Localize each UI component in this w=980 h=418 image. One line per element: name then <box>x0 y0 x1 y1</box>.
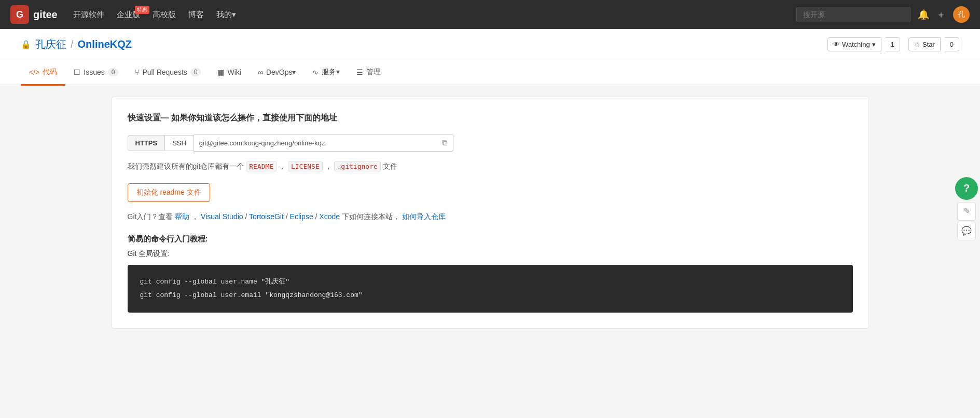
gitignore-code: .gitignore <box>334 161 381 171</box>
help-sep3: / <box>286 212 290 221</box>
tab-issues-label: Issues <box>84 68 104 76</box>
star-count: 0 <box>945 37 959 51</box>
repo-title: 🔒 孔庆征 / OnlineKQZ <box>21 37 132 51</box>
clone-url-text: git@gitee.com:kong-qingzheng/online-kqz. <box>194 136 437 151</box>
repo-name-link[interactable]: OnlineKQZ <box>78 38 132 50</box>
top-navbar: G gitee 开源软件 企业版 特惠 高校版 博客 我的▾ 🔔 ＋ 孔 <box>0 0 980 29</box>
eclipse-link[interactable]: Eclipse <box>290 212 313 221</box>
floating-buttons: ? ✎ 💬 <box>957 177 980 241</box>
watch-dropdown-icon: ▾ <box>872 41 876 48</box>
lock-icon: 🔒 <box>21 39 31 49</box>
admin-icon: ☰ <box>356 68 363 76</box>
nav-right-actions: 🔔 ＋ 孔 <box>796 6 970 23</box>
tab-admin[interactable]: ☰ 管理 <box>348 60 389 86</box>
issues-badge: 0 <box>108 68 119 76</box>
nav-enterprise[interactable]: 企业版 特惠 <box>117 10 140 20</box>
help-question-icon: ? <box>963 182 970 194</box>
repo-owner-link[interactable]: 孔庆征 <box>35 37 66 51</box>
wiki-icon: ▦ <box>217 68 224 76</box>
star-button[interactable]: ☆ Star <box>908 37 941 51</box>
tab-pull-requests[interactable]: ⑂ Pull Requests 0 <box>127 60 209 86</box>
xcode-link[interactable]: Xcode <box>319 212 340 221</box>
code-line-2: git config --global user.email "kongqzsh… <box>140 289 840 302</box>
gitee-logo-icon: G <box>10 5 29 24</box>
clone-url-wrapper: git@gitee.com:kong-qingzheng/online-kqz.… <box>194 134 453 152</box>
recommend-sep2: ， <box>325 162 332 170</box>
nav-mine[interactable]: 我的▾ <box>216 10 236 20</box>
star-label: Star <box>922 41 935 48</box>
visual-studio-link[interactable]: Visual Studio <box>201 212 243 221</box>
tab-devops-label: DevOps▾ <box>266 68 296 76</box>
tab-issues[interactable]: ☐ Issues 0 <box>65 60 127 86</box>
edit-float-button[interactable]: ✎ <box>957 202 976 221</box>
help-link[interactable]: 帮助 <box>175 212 189 221</box>
recommend-text-2: 文件 <box>383 162 397 170</box>
pr-icon: ⑂ <box>135 68 139 76</box>
help-float-button[interactable]: ? <box>955 177 978 200</box>
pr-badge: 0 <box>190 68 201 76</box>
tortoisegit-link[interactable]: TortoiseGit <box>249 212 284 221</box>
recommend-text-1: 我们强烈建议所有的git仓库都有一个 <box>128 162 244 170</box>
tab-code[interactable]: </> 代码 <box>21 60 65 86</box>
tab-services[interactable]: ∿ 服务▾ <box>304 60 348 86</box>
add-button[interactable]: ＋ <box>936 8 946 21</box>
repo-separator: / <box>71 38 74 50</box>
code-block: git config --global user.name "孔庆征" git … <box>128 265 853 313</box>
recommend-sep1: ， <box>279 162 286 170</box>
comment-icon: 💬 <box>961 226 972 236</box>
license-code: LICENSE <box>288 161 323 171</box>
tab-pr-label: Pull Requests <box>142 68 187 76</box>
eye-icon: 👁 <box>833 41 840 48</box>
main-content: 快速设置— 如果你知道该怎么操作，直接使用下面的地址 HTTPS SSH git… <box>91 97 890 329</box>
help-text: Git入门？查看 帮助 ， Visual Studio / TortoiseGi… <box>128 212 853 222</box>
watch-button[interactable]: 👁 Watching ▾ <box>827 37 881 51</box>
devops-icon: ∞ <box>258 68 263 76</box>
avatar[interactable]: 孔 <box>953 6 970 23</box>
tutorial-title: 简易的命令行入门教程: <box>128 234 853 244</box>
setup-title: 快速设置— 如果你知道该怎么操作，直接使用下面的地址 <box>128 113 853 124</box>
help-text-middle: 下如何连接本站， <box>342 212 400 221</box>
tab-wiki[interactable]: ▦ Wiki <box>209 60 249 86</box>
star-icon: ☆ <box>914 41 920 48</box>
tab-devops[interactable]: ∞ DevOps▾ <box>250 60 305 86</box>
nav-links: 开源软件 企业版 特惠 高校版 博客 我的▾ <box>73 10 786 20</box>
search-input[interactable] <box>796 7 910 22</box>
tab-admin-label: 管理 <box>366 68 381 77</box>
services-icon: ∿ <box>312 68 319 76</box>
repo-header: 🔒 孔庆征 / OnlineKQZ 👁 Watching ▾ 1 ☆ Star … <box>0 29 980 60</box>
git-global-label: Git 全局设置: <box>128 249 853 259</box>
import-repo-link[interactable]: 如何导入仓库 <box>402 212 446 221</box>
recommend-text: 我们强烈建议所有的git仓库都有一个 README ， LICENSE ， .g… <box>128 160 853 173</box>
issues-icon: ☐ <box>74 68 80 76</box>
code-icon: </> <box>29 68 39 76</box>
brand-logo[interactable]: G gitee <box>10 5 58 24</box>
code-line-1: git config --global user.name "孔庆征" <box>140 275 840 289</box>
readme-code: README <box>246 161 277 171</box>
copy-url-button[interactable]: ⧉ <box>437 134 453 151</box>
nav-university[interactable]: 高校版 <box>153 10 176 20</box>
help-sep2: / <box>245 212 249 221</box>
edit-icon: ✎ <box>963 206 970 216</box>
nav-open-source[interactable]: 开源软件 <box>73 10 104 20</box>
enterprise-badge: 特惠 <box>135 6 149 14</box>
ssh-protocol-button[interactable]: SSH <box>165 135 194 151</box>
help-prefix: Git入门？查看 <box>128 212 173 221</box>
init-readme-button[interactable]: 初始化 readme 文件 <box>128 183 210 202</box>
notification-bell-icon[interactable]: 🔔 <box>918 9 929 20</box>
clone-row: HTTPS SSH git@gitee.com:kong-qingzheng/o… <box>128 134 853 152</box>
brand-name: gitee <box>33 9 58 21</box>
https-protocol-button[interactable]: HTTPS <box>128 135 165 151</box>
tab-code-label: 代码 <box>43 68 57 77</box>
watch-label: Watching <box>842 41 870 48</box>
tab-services-label: 服务▾ <box>322 68 340 77</box>
nav-blog[interactable]: 博客 <box>188 10 204 20</box>
tab-navigation: </> 代码 ☐ Issues 0 ⑂ Pull Requests 0 ▦ Wi… <box>0 60 980 86</box>
setup-box: 快速设置— 如果你知道该怎么操作，直接使用下面的地址 HTTPS SSH git… <box>112 97 869 329</box>
help-sep1: ， <box>191 212 199 221</box>
repo-action-buttons: 👁 Watching ▾ 1 ☆ Star 0 <box>827 37 959 51</box>
watch-count: 1 <box>886 37 900 51</box>
comment-float-button[interactable]: 💬 <box>957 222 976 240</box>
tab-wiki-label: Wiki <box>227 68 241 76</box>
